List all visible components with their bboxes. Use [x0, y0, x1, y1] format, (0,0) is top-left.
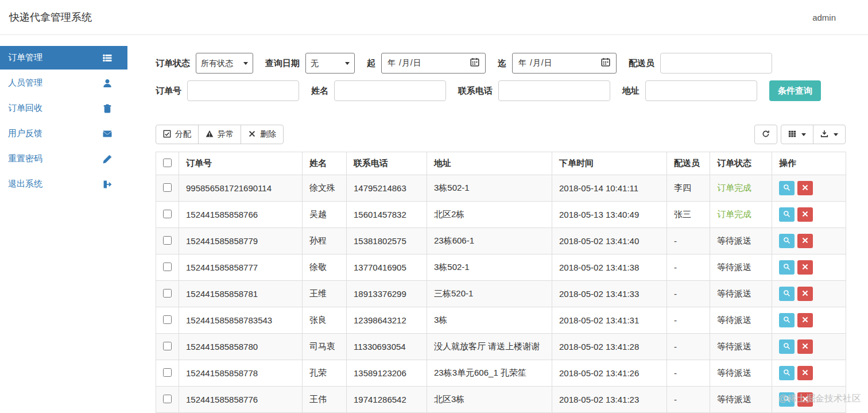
date-from-label: 起	[367, 58, 375, 69]
date-from-input[interactable]: 年 /月/日	[381, 53, 486, 74]
row-checkbox[interactable]	[163, 236, 172, 245]
cell-address: 3栋502-1	[427, 175, 552, 202]
cell-order-no: 152441585858780	[179, 334, 303, 360]
view-order-button[interactable]	[779, 313, 795, 327]
delete-order-button[interactable]	[797, 260, 813, 275]
row-checkbox[interactable]	[163, 210, 172, 218]
warning-icon	[206, 130, 214, 140]
name-filter-label: 姓名	[311, 86, 328, 97]
pencil-icon	[103, 155, 112, 164]
cell-actions	[772, 387, 846, 413]
cell-order-no: 152441585858781	[179, 281, 303, 307]
cell-courier: 李四	[667, 175, 710, 202]
view-order-button[interactable]	[779, 339, 795, 354]
sidebar-item-logout[interactable]: 退出系统	[0, 172, 127, 196]
cell-address: 3栋	[427, 307, 552, 334]
delete-order-button[interactable]	[797, 287, 813, 301]
export-button[interactable]	[813, 125, 846, 144]
delete-order-button[interactable]	[797, 207, 813, 222]
cell-order-no: 995856581721690114	[179, 175, 303, 202]
cell-courier: -	[667, 281, 710, 307]
view-order-button[interactable]	[779, 207, 795, 222]
sidebar-item-order-recycle[interactable]: 订单回收	[0, 97, 127, 120]
address-input[interactable]	[645, 80, 757, 101]
order-no-input[interactable]	[187, 80, 299, 101]
view-order-button[interactable]	[779, 181, 795, 195]
view-order-button[interactable]	[779, 287, 795, 301]
delete-order-button[interactable]	[797, 234, 813, 248]
chevron-down-icon	[834, 133, 838, 136]
delete-order-button[interactable]	[797, 366, 813, 380]
cell-time: 2018-05-02 13:41:31	[552, 307, 667, 334]
cell-address: 23栋606-1	[427, 228, 552, 254]
phone-input[interactable]	[498, 80, 610, 101]
sidebar-item-personnel-management[interactable]: 人员管理	[0, 71, 127, 95]
view-order-button[interactable]	[779, 260, 795, 275]
delete-order-button[interactable]	[797, 313, 813, 327]
search-icon	[783, 395, 790, 404]
view-order-button[interactable]	[779, 392, 795, 407]
sidebar-item-order-management[interactable]: 订单管理	[0, 46, 127, 70]
cell-courier: -	[667, 387, 710, 413]
row-checkbox[interactable]	[163, 289, 172, 298]
view-order-button[interactable]	[779, 234, 795, 248]
cell-time: 2018-05-02 13:41:38	[552, 254, 667, 281]
row-checkbox[interactable]	[163, 395, 172, 403]
view-options-group	[781, 125, 846, 144]
select-all-checkbox[interactable]	[163, 159, 172, 167]
cell-address: 没人就放客厅 请送上楼谢谢	[427, 334, 552, 360]
cell-actions	[772, 254, 846, 281]
cell-courier: -	[667, 307, 710, 334]
columns-grid-icon	[788, 130, 796, 140]
cell-time: 2018-05-14 10:41:11	[552, 175, 667, 202]
column-header-order-no: 订单号	[179, 152, 303, 175]
cell-phone: 18913376299	[347, 281, 427, 307]
table-toolbar: 分配 异常 删除	[156, 125, 846, 144]
name-input[interactable]	[334, 80, 446, 101]
search-icon	[783, 237, 790, 246]
cell-name: 吴越	[303, 202, 347, 228]
sidebar-item-user-feedback[interactable]: 用户反馈	[0, 122, 127, 145]
envelope-icon	[103, 129, 112, 138]
cell-address: 3栋502-1	[427, 254, 552, 281]
cell-name: 张良	[303, 307, 347, 334]
order-status-select[interactable]: 所有状态	[196, 53, 253, 74]
columns-button[interactable]	[781, 125, 813, 144]
cell-time: 2018-05-13 13:40:49	[552, 202, 667, 228]
row-checkbox[interactable]	[163, 342, 172, 350]
row-checkbox[interactable]	[163, 368, 172, 377]
filter-row-1: 订单状态 所有状态 查询日期 无 起 年 /月/日	[156, 53, 846, 74]
cell-phone: 13589123206	[347, 360, 427, 387]
row-checkbox[interactable]	[163, 183, 172, 192]
user-menu[interactable]: admin	[812, 13, 836, 22]
main-content: 订单状态 所有状态 查询日期 无 起 年 /月/日	[127, 35, 868, 413]
cell-status: 等待派送	[710, 228, 772, 254]
sidebar-item-reset-password[interactable]: 重置密码	[0, 147, 127, 171]
courier-input[interactable]	[660, 53, 772, 74]
cell-order-no: 152441585858778	[179, 360, 303, 387]
delete-order-button[interactable]	[797, 181, 813, 195]
table-row: 152441585858777 徐敬 13770416905 3栋502-1 2…	[156, 254, 846, 281]
refresh-button[interactable]	[754, 125, 777, 144]
close-icon	[801, 342, 809, 352]
view-order-button[interactable]	[779, 366, 795, 380]
cell-address: 北区2栋	[427, 202, 552, 228]
delete-order-button[interactable]	[797, 392, 813, 407]
query-date-select[interactable]: 无	[305, 53, 355, 74]
cell-order-no: 152441585858766	[179, 202, 303, 228]
row-checkbox[interactable]	[163, 315, 172, 324]
delete-order-button[interactable]	[797, 339, 813, 354]
search-icon	[783, 342, 790, 352]
date-to-input[interactable]: 年 /月/日	[512, 53, 617, 74]
cell-order-no: 152441585858783543	[179, 307, 303, 334]
sidebar: 订单管理 人员管理 订单回收 用户反馈 重置密码	[0, 35, 127, 413]
delete-button[interactable]: 删除	[241, 125, 284, 144]
assign-button[interactable]: 分配	[156, 125, 199, 144]
conditional-search-button[interactable]: 条件查询	[769, 80, 821, 101]
close-icon	[801, 184, 809, 193]
column-header-phone: 联系电话	[347, 152, 427, 175]
exception-button[interactable]: 异常	[198, 125, 241, 144]
cell-phone: 15381802575	[347, 228, 427, 254]
date-to-label: 迄	[498, 58, 506, 69]
row-checkbox[interactable]	[163, 263, 172, 271]
